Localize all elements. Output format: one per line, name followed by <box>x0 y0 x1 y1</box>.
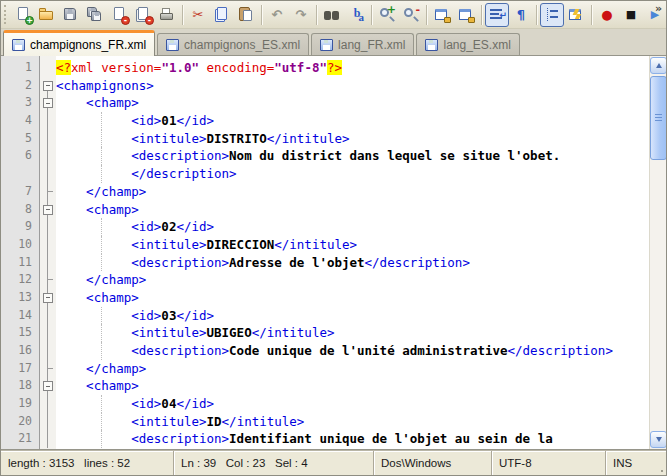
code-text[interactable]: <champ> <box>56 289 649 307</box>
indent-guide <box>101 413 102 431</box>
indent-guide <box>101 112 102 130</box>
find-button[interactable] <box>320 3 344 27</box>
undo-button[interactable]: ↶ <box>265 3 289 27</box>
new-file-button[interactable]: + <box>11 3 35 27</box>
code-line: 16 <description>Code unique de l'unité a… <box>1 342 649 360</box>
line-number: 15 <box>1 324 40 342</box>
toolbar-separator <box>426 5 427 25</box>
scroll-up-button[interactable] <box>650 57 667 74</box>
code-line: 5 <intitule>DISTRITO</intitule> <box>1 130 649 148</box>
fold-margin <box>40 112 56 130</box>
tab-label: champignons_FR.xml <box>30 38 146 52</box>
fold-toggle[interactable] <box>40 289 56 307</box>
code-text[interactable]: <intitule>ID</intitule> <box>56 413 649 431</box>
macro-record-button[interactable]: ● <box>595 3 619 27</box>
code-text[interactable]: </champ> <box>56 360 649 378</box>
open-file-button[interactable] <box>35 3 59 27</box>
cut-button[interactable]: ✂ <box>186 3 210 27</box>
tab-label: champignons_ES.xml <box>184 38 300 52</box>
code-line: 3 <champ> <box>1 94 649 112</box>
user-defined-dialog-button[interactable] <box>564 3 588 27</box>
code-text[interactable]: <id>02</id> <box>56 218 649 236</box>
code-text[interactable]: <?xml version="1.0" encoding="utf-8"?> <box>56 59 649 77</box>
paste-button[interactable] <box>234 3 258 27</box>
code-line: 15 <intitule>UBIGEO</intitule> <box>1 324 649 342</box>
code-text[interactable]: <id>04</id> <box>56 395 649 413</box>
code-text[interactable]: <champ> <box>56 377 649 395</box>
find-icon <box>323 6 341 23</box>
fold-margin <box>40 360 56 378</box>
code-text[interactable]: <intitule>UBIGEO</intitule> <box>56 324 649 342</box>
line-number <box>1 165 40 183</box>
code-text[interactable]: <id>03</id> <box>56 307 649 325</box>
tab-champignons-fr-xml[interactable]: champignons_FR.xml <box>3 30 155 56</box>
close-all-button[interactable]: - <box>131 3 155 27</box>
code-line: </description> <box>1 165 649 183</box>
code-text[interactable]: <description>Adresse de l'objet</descrip… <box>56 254 649 272</box>
code-text[interactable]: <description>Identifiant unique de l'obj… <box>56 430 649 448</box>
status-length-lines: length : 3153 lines : 52 <box>1 451 173 475</box>
code-text[interactable]: <description>Code unique de l'unité admi… <box>56 342 649 360</box>
toolbar-grip[interactable] <box>4 5 7 24</box>
resize-grip-icon[interactable] <box>661 470 663 472</box>
arrow-down-icon <box>656 437 662 442</box>
line-number: 17 <box>1 360 40 378</box>
sync-vertical-scroll-button[interactable] <box>430 3 454 27</box>
code-line: 12 </champ> <box>1 271 649 289</box>
code-text[interactable]: <description>Nom du district dans lequel… <box>56 147 649 165</box>
fold-margin <box>40 395 56 413</box>
show-indent-guide-button[interactable] <box>540 3 564 27</box>
redo-button[interactable]: ↷ <box>289 3 313 27</box>
code-text[interactable]: <id>01</id> <box>56 112 649 130</box>
zoom-out-button[interactable]: - <box>399 3 423 27</box>
paste-icon <box>237 6 255 23</box>
copy-button[interactable] <box>210 3 234 27</box>
code-text[interactable]: <intitule>DISTRITO</intitule> <box>56 130 649 148</box>
toolbar-separator <box>371 5 372 25</box>
fold-margin <box>40 165 56 183</box>
fold-margin <box>40 183 56 201</box>
indent-guide <box>101 324 102 342</box>
fold-toggle[interactable] <box>40 94 56 112</box>
print-button[interactable] <box>155 3 179 27</box>
toolbar-separator <box>481 5 482 25</box>
status-resize-area <box>657 451 666 475</box>
save-all-button[interactable] <box>83 3 107 27</box>
macro-stop-icon: ■ <box>622 6 640 23</box>
scrollbar-thumb[interactable] <box>650 76 667 160</box>
code-text[interactable]: <champignons> <box>56 77 649 95</box>
code-text[interactable]: </description> <box>56 165 649 183</box>
status-encoding: UTF-8 <box>491 451 605 475</box>
code-text[interactable]: <champ> <box>56 94 649 112</box>
toolbar-separator <box>536 5 537 25</box>
close-file-button[interactable]: - <box>107 3 131 27</box>
scroll-down-button[interactable] <box>650 431 667 448</box>
tab-lang-es-xml[interactable]: lang_ES.xml <box>416 33 519 55</box>
sync-vertical-scroll-icon <box>433 6 451 23</box>
word-wrap-button[interactable]: ↵ <box>485 3 509 27</box>
saved-file-icon <box>320 39 333 51</box>
fold-toggle[interactable] <box>40 377 56 395</box>
indent-guide <box>101 130 102 148</box>
code-text[interactable]: <intitule>DIRECCION</intitule> <box>56 236 649 254</box>
replace-button[interactable]: ba <box>344 3 368 27</box>
code-text[interactable]: <champ> <box>56 201 649 219</box>
code-line: 13 <champ> <box>1 289 649 307</box>
tab-champignons-es-xml[interactable]: champignons_ES.xml <box>157 33 309 55</box>
macro-stop-button[interactable]: ■ <box>619 3 643 27</box>
toolbar-separator <box>316 5 317 25</box>
vertical-scrollbar[interactable] <box>649 56 666 449</box>
word-wrap-icon: ↵ <box>488 6 506 23</box>
show-all-characters-button[interactable]: ¶ <box>509 3 533 27</box>
fold-toggle[interactable] <box>40 77 56 95</box>
code-line: 21 <description>Identifiant unique de l'… <box>1 430 649 448</box>
fold-toggle[interactable] <box>40 201 56 219</box>
code-text[interactable]: </champ> <box>56 183 649 201</box>
tab-lang-fr-xml[interactable]: lang_FR.xml <box>311 33 414 55</box>
zoom-in-button[interactable]: + <box>375 3 399 27</box>
toolbar-overflow-chevron[interactable]: » <box>655 2 662 16</box>
sync-horizontal-scroll-button[interactable] <box>454 3 478 27</box>
code-text[interactable]: </champ> <box>56 271 649 289</box>
code-line: 2<champignons> <box>1 77 649 95</box>
save-file-button[interactable] <box>59 3 83 27</box>
